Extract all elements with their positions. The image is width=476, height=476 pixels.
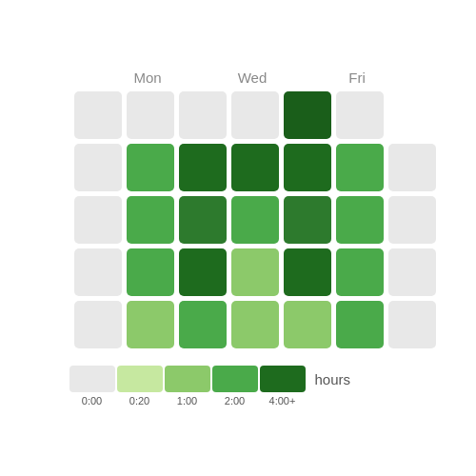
cell-4-2 bbox=[179, 301, 227, 348]
column-headers: Mon Wed Fri bbox=[41, 69, 384, 86]
legend-item-2: 1:00 bbox=[165, 366, 210, 407]
cell-0-4 bbox=[284, 91, 331, 139]
cell-3-0 bbox=[74, 248, 122, 296]
cell-4-1 bbox=[127, 301, 174, 348]
grid-row-0 bbox=[41, 91, 436, 139]
grid-row-3 bbox=[41, 248, 436, 296]
cell-4-4 bbox=[284, 301, 331, 348]
cell-0-5 bbox=[336, 91, 384, 139]
cell-1-0 bbox=[74, 144, 122, 191]
grid-row-2 bbox=[41, 196, 436, 244]
cell-0-3 bbox=[231, 91, 279, 139]
heatmap-grid bbox=[41, 91, 436, 348]
legend-box-0 bbox=[69, 366, 115, 392]
legend-item-4: 4:00+ bbox=[260, 366, 306, 407]
legend-label-2: 1:00 bbox=[177, 395, 197, 407]
col-header-mon: Mon bbox=[122, 69, 174, 86]
cell-3-5 bbox=[336, 248, 384, 296]
cell-3-1 bbox=[127, 248, 174, 296]
legend-label-3: 2:00 bbox=[225, 395, 245, 407]
cell-3-3 bbox=[231, 248, 279, 296]
grid-row-1 bbox=[41, 144, 436, 191]
cell-2-2 bbox=[179, 196, 227, 244]
cell-1-1 bbox=[127, 144, 174, 191]
legend-label-0: 0:00 bbox=[82, 395, 102, 407]
cell-0-1 bbox=[127, 91, 174, 139]
cell-0-2 bbox=[179, 91, 227, 139]
cell-4-6 bbox=[388, 301, 436, 348]
legend-label-4: 4:00+ bbox=[269, 395, 296, 407]
cell-1-4 bbox=[284, 144, 331, 191]
cell-2-4 bbox=[284, 196, 331, 244]
cell-4-0 bbox=[74, 301, 122, 348]
legend-item-0: 0:00 bbox=[69, 366, 115, 407]
col-header-fri: Fri bbox=[331, 69, 384, 86]
cell-2-1 bbox=[127, 196, 174, 244]
legend-box-4 bbox=[260, 366, 306, 392]
cell-2-6 bbox=[388, 196, 436, 244]
legend-item-1: 0:20 bbox=[117, 366, 163, 407]
cell-4-3 bbox=[231, 301, 279, 348]
legend-label-1: 0:20 bbox=[129, 395, 149, 407]
legend: 0:00 0:20 1:00 2:00 4:00+ hours bbox=[69, 366, 351, 407]
cell-2-0 bbox=[74, 196, 122, 244]
cell-2-5 bbox=[336, 196, 384, 244]
cell-1-5 bbox=[336, 144, 384, 191]
cell-0-0 bbox=[74, 91, 122, 139]
legend-item-3: 2:00 bbox=[212, 366, 258, 407]
cell-3-4 bbox=[284, 248, 331, 296]
grid-row-4 bbox=[41, 301, 436, 348]
cell-1-3 bbox=[231, 144, 279, 191]
cell-1-6 bbox=[388, 144, 436, 191]
legend-box-2 bbox=[165, 366, 210, 392]
cell-3-2 bbox=[179, 248, 227, 296]
cell-1-2 bbox=[179, 144, 227, 191]
legend-box-1 bbox=[117, 366, 163, 392]
heatmap-container: Mon Wed Fri bbox=[22, 50, 455, 426]
cell-4-5 bbox=[336, 301, 384, 348]
col-header-wed: Wed bbox=[227, 69, 279, 86]
cell-2-3 bbox=[231, 196, 279, 244]
cell-3-6 bbox=[388, 248, 436, 296]
legend-box-3 bbox=[212, 366, 258, 392]
legend-unit: hours bbox=[315, 371, 351, 401]
